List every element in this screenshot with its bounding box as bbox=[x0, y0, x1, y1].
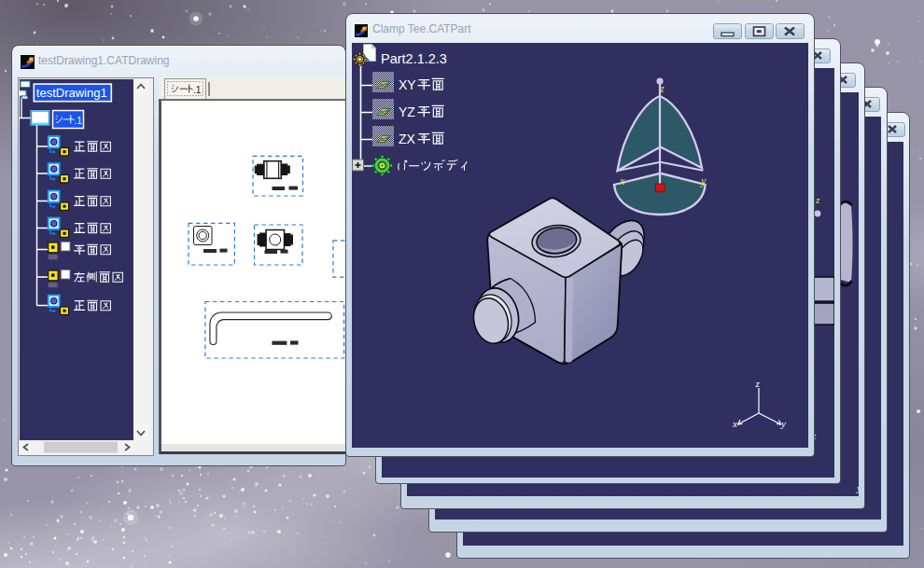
svg-text:y: y bbox=[700, 174, 707, 187]
svg-text:YZ: YZ bbox=[399, 104, 415, 119]
svg-text:y: y bbox=[780, 418, 786, 429]
svg-text:z: z bbox=[755, 378, 761, 389]
svg-text:x: x bbox=[732, 418, 737, 429]
svg-text:x: x bbox=[619, 174, 625, 187]
svg-text:ZX: ZX bbox=[399, 132, 416, 146]
svg-text:Part2.1.2.3: Part2.1.2.3 bbox=[381, 51, 447, 66]
svg-text:z: z bbox=[815, 194, 820, 205]
svg-text:y: y bbox=[856, 482, 859, 493]
svg-text:testDrawing1: testDrawing1 bbox=[36, 86, 107, 100]
svg-text:XY: XY bbox=[399, 77, 416, 92]
svg-text:.1: .1 bbox=[193, 85, 202, 95]
svg-text:z: z bbox=[659, 82, 665, 95]
svg-text:.1: .1 bbox=[75, 116, 83, 126]
